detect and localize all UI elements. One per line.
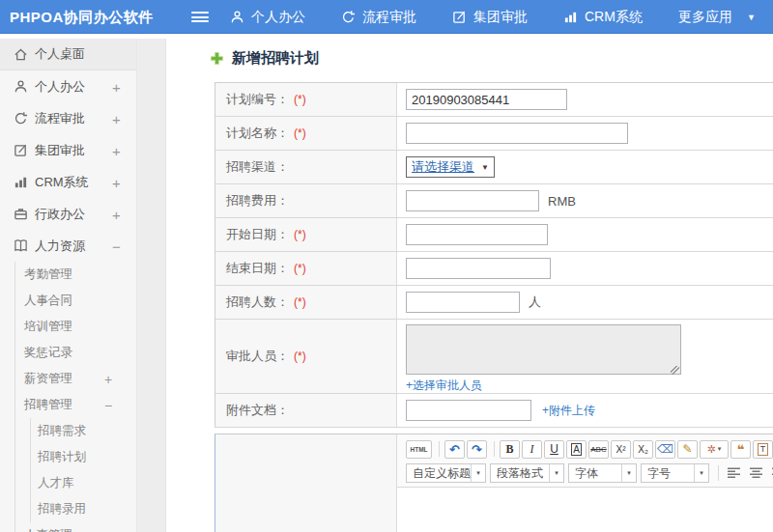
font-size-combo[interactable]: 字号▾ [641, 463, 709, 483]
editor-content-area[interactable] [397, 488, 773, 532]
strikethrough-glyph: ABC [590, 445, 606, 454]
main-content: 新增招聘计划 计划编号：(*) 计划名称：(*) 招聘渠道： 请选择渠道 ▼ [167, 34, 773, 532]
page-title: 新增招聘计划 [232, 49, 319, 68]
expand-icon[interactable]: + [112, 174, 121, 190]
resize-handle[interactable] [671, 366, 679, 375]
plan-name-input[interactable] [406, 123, 628, 144]
sidebar-item-talent-pool[interactable]: 人才库 [31, 470, 136, 496]
sidebar-item-recruit-hire[interactable]: 招聘录用 [31, 496, 136, 522]
nav-item-workflow-approval[interactable]: 流程审批 [341, 9, 416, 26]
sidebar-item-recruit-demand[interactable]: 招聘需求 [31, 418, 136, 444]
nav-label: CRM系统 [585, 9, 643, 26]
sidebar-item-label: 考勤管理 [24, 266, 72, 283]
sidebar-item-hr-contract[interactable]: 人事合同 [15, 288, 136, 314]
wand-icon: ✲ [707, 443, 716, 456]
form-row-plan-no: 计划编号：(*) [215, 83, 773, 117]
expand-icon[interactable]: + [104, 528, 112, 532]
sidebar-item-admin-office[interactable]: 行政办公 + [0, 198, 136, 230]
sidebar-item-personnel-mgmt[interactable]: 人事管理 + [15, 522, 136, 532]
nav-item-more-apps[interactable]: 更多应用 [678, 9, 732, 26]
blockquote-button[interactable]: ❝ [730, 440, 751, 459]
attachment-input[interactable] [406, 400, 531, 421]
sidebar-item-recruit-plan[interactable]: 招聘计划 [31, 444, 136, 470]
upload-attachment-link[interactable]: +附件上传 [542, 403, 595, 419]
field-label: 招聘渠道： [226, 158, 289, 176]
font-family-combo[interactable]: 字体▾ [568, 463, 637, 483]
align-center-icon[interactable] [746, 464, 767, 483]
sidebar-item-attendance[interactable]: 考勤管理 [15, 262, 136, 288]
paste-text-button[interactable]: T [753, 440, 773, 459]
book-icon [14, 238, 28, 253]
format-brush-icon[interactable]: ✎ [677, 440, 698, 459]
caret-down-icon[interactable]: ▼ [747, 13, 756, 22]
hr-submenu: 考勤管理 人事合同 培训管理 奖惩记录 薪资管理 + 招聘管理 − [14, 262, 136, 532]
undo-button[interactable]: ↶ [444, 440, 465, 459]
combo-value: 自定义标题 [407, 465, 471, 482]
eraser-icon[interactable]: ⌫ [655, 440, 675, 459]
required-marker: (*) [294, 93, 306, 106]
sidebar-item-reward-punishment[interactable]: 奖惩记录 [15, 340, 136, 366]
auto-typeset-button[interactable]: ✲▾ [700, 440, 729, 459]
subscript-button[interactable]: X₂ [633, 440, 653, 459]
nav-item-group-approval[interactable]: 集团审批 [452, 9, 528, 26]
hamburger-menu-icon[interactable] [191, 12, 209, 22]
expand-icon[interactable]: + [112, 110, 121, 126]
edit-icon [14, 143, 28, 157]
sidebar-item-hr[interactable]: 人力资源 − [0, 230, 136, 262]
sidebar-item-group-approval[interactable]: 集团审批 + [0, 134, 136, 166]
user-icon [230, 10, 244, 24]
channel-select[interactable]: 请选择渠道 ▼ [406, 156, 495, 178]
redo-button[interactable]: ↷ [467, 440, 487, 459]
headcount-input[interactable] [406, 292, 520, 313]
top-nav: 个人办公 流程审批 集团审批 CRM系统 更多应用 ▼ [230, 0, 756, 34]
paragraph-format-combo[interactable]: 段落格式▾ [490, 463, 564, 483]
sidebar-item-workflow-approval[interactable]: 流程审批 + [0, 102, 136, 134]
sidebar-item-personal-office[interactable]: 个人办公 + [0, 70, 136, 102]
superscript-button[interactable]: X² [611, 440, 631, 459]
select-approvers-link[interactable]: +选择审批人员 [406, 378, 482, 394]
sidebar-item-personal-desktop[interactable]: 个人桌面 [0, 39, 136, 70]
approvers-textarea[interactable] [406, 324, 681, 375]
end-date-input[interactable] [406, 258, 551, 279]
start-date-input[interactable] [406, 224, 548, 245]
form-row-fee: 招聘费用： RMB [215, 184, 773, 218]
add-plus-icon [210, 51, 224, 66]
nav-item-personal-office[interactable]: 个人办公 [230, 9, 305, 26]
toolbar-separator [494, 441, 495, 457]
nav-label: 集团审批 [473, 9, 528, 26]
underline-button[interactable]: U [544, 440, 564, 459]
sidebar-item-recruit-mgmt[interactable]: 招聘管理 − [15, 392, 136, 418]
required-marker: (*) [294, 295, 306, 309]
editor-cell: HTML ↶ ↷ B I U A ABC X² X₂ ⌫ ✎ [397, 434, 773, 532]
sidebar-item-training[interactable]: 培训管理 [15, 314, 136, 340]
sidebar-item-label: 个人桌面 [35, 45, 85, 63]
sidebar-item-crm[interactable]: CRM系统 + [0, 166, 136, 198]
home-icon [14, 47, 28, 62]
collapse-icon[interactable]: − [104, 398, 112, 413]
plan-no-input[interactable] [406, 89, 567, 110]
sidebar-item-label: 薪资管理 [24, 371, 72, 387]
sidebar-item-label: 人力资源 [35, 238, 85, 255]
fee-input[interactable] [406, 190, 539, 211]
nav-item-crm[interactable]: CRM系统 [563, 9, 643, 26]
expand-icon[interactable]: + [112, 206, 121, 222]
expand-icon[interactable]: + [112, 78, 121, 95]
expand-icon[interactable]: + [112, 142, 121, 158]
editor-label-cell [215, 434, 397, 532]
strikethrough-button[interactable]: ABC [588, 440, 609, 459]
user-icon [14, 79, 28, 94]
html-source-button[interactable]: HTML [406, 440, 432, 459]
nav-label: 更多应用 [678, 9, 732, 26]
collapse-icon[interactable]: − [112, 238, 121, 254]
custom-title-combo[interactable]: 自定义标题▾ [406, 463, 486, 483]
font-border-button[interactable]: A [566, 440, 587, 459]
bold-button[interactable]: B [500, 440, 520, 459]
sidebar-item-salary[interactable]: 薪资管理 + [15, 366, 136, 392]
align-left-icon[interactable] [724, 464, 745, 483]
italic-button[interactable]: I [522, 440, 542, 459]
expand-icon[interactable]: + [104, 372, 112, 387]
sidebar-item-label: 个人办公 [35, 78, 85, 96]
align-right-icon[interactable] [768, 464, 773, 483]
page-title-row: 新增招聘计划 [210, 49, 319, 68]
sidebar-item-label: 招聘管理 [24, 397, 72, 413]
